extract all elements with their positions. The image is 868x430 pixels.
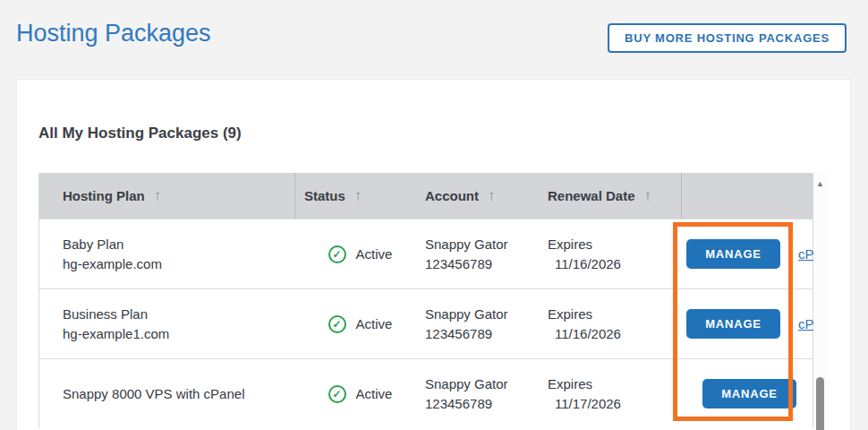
- status-label: Active: [356, 245, 393, 264]
- cpanel-link[interactable]: cP: [798, 245, 814, 264]
- sort-arrow-icon[interactable]: ↑: [154, 187, 162, 205]
- status-cell: ✓ Active: [295, 359, 416, 428]
- renewal-date-cell: Expires 11/16/2026: [539, 289, 682, 358]
- actions-cell: MANAGE: [682, 359, 813, 428]
- plan-name: Baby Plan: [63, 235, 295, 254]
- sort-arrow-icon[interactable]: ↑: [354, 187, 362, 205]
- hosting-plan-cell: Baby Plan hg-example.com: [39, 219, 295, 288]
- renewal-date-cell: Expires 11/17/2026: [539, 359, 682, 428]
- status-label: Active: [356, 314, 393, 334]
- buy-more-hosting-packages-button[interactable]: BUY MORE HOSTING PACKAGES: [608, 23, 847, 53]
- account-name: Snappy Gator: [425, 305, 539, 324]
- account-cell: Snappy Gator 123456789: [416, 359, 539, 428]
- account-cell: Snappy Gator 123456789: [416, 289, 539, 358]
- actions-cell: MANAGE cP: [682, 289, 814, 358]
- manage-button[interactable]: MANAGE: [686, 309, 780, 339]
- check-circle-icon: ✓: [328, 385, 346, 403]
- account-name: Snappy Gator: [425, 235, 539, 254]
- renewal-label: Expires: [548, 305, 682, 324]
- table-row: Snappy 8000 VPS with cPanel ✓ Active Sna…: [39, 358, 813, 428]
- check-circle-icon: ✓: [328, 315, 346, 333]
- plan-domain: hg-example.com: [63, 254, 295, 274]
- column-label: Status: [304, 188, 345, 203]
- renewal-date: 11/16/2026: [548, 254, 682, 274]
- hosting-plan-cell: Snappy 8000 VPS with cPanel: [39, 359, 295, 428]
- column-header-renewal-date[interactable]: Renewal Date ↑: [539, 173, 682, 219]
- renewal-date: 11/17/2026: [548, 394, 682, 414]
- page-title: Hosting Packages: [16, 20, 211, 47]
- actions-cell: MANAGE cP: [682, 219, 814, 288]
- column-label: Renewal Date: [548, 188, 635, 203]
- sort-arrow-icon[interactable]: ↑: [488, 187, 496, 205]
- column-label: Account: [425, 188, 479, 203]
- card-heading: All My Hosting Packages (9): [38, 125, 242, 142]
- scrollbar-thumb[interactable]: [816, 377, 824, 430]
- account-id: 123456789: [425, 394, 539, 414]
- column-label: Hosting Plan: [63, 188, 145, 203]
- sort-arrow-icon[interactable]: ↑: [644, 187, 652, 205]
- table-scrollbar[interactable]: ▲: [813, 173, 827, 430]
- hosting-packages-card: All My Hosting Packages (9) Hosting Plan…: [16, 79, 851, 430]
- renewal-date-cell: Expires 11/16/2026: [539, 219, 682, 288]
- renewal-date: 11/16/2026: [548, 324, 682, 344]
- account-name: Snappy Gator: [425, 374, 539, 394]
- plan-name: Snappy 8000 VPS with cPanel: [63, 384, 295, 404]
- account-id: 123456789: [425, 324, 539, 344]
- plan-name: Business Plan: [63, 305, 295, 324]
- column-header-account[interactable]: Account ↑: [416, 173, 539, 219]
- renewal-label: Expires: [548, 235, 682, 254]
- table-row: Business Plan hg-example1.com ✓ Active S…: [39, 288, 813, 358]
- status-cell: ✓ Active: [295, 219, 416, 288]
- cpanel-link[interactable]: cP: [798, 314, 814, 334]
- scroll-up-arrow-icon[interactable]: ▲: [813, 179, 827, 188]
- column-header-actions: [682, 173, 813, 219]
- status-label: Active: [356, 384, 393, 404]
- column-header-hosting-plan[interactable]: Hosting Plan ↑: [39, 173, 295, 219]
- manage-button[interactable]: MANAGE: [686, 239, 780, 269]
- plan-domain: hg-example1.com: [63, 324, 295, 344]
- table-row: Baby Plan hg-example.com ✓ Active Snappy…: [39, 219, 813, 288]
- hosting-plan-cell: Business Plan hg-example1.com: [39, 289, 295, 358]
- manage-button[interactable]: MANAGE: [702, 379, 796, 408]
- column-header-status[interactable]: Status ↑: [295, 173, 416, 219]
- renewal-label: Expires: [548, 374, 682, 394]
- account-id: 123456789: [425, 254, 539, 274]
- check-circle-icon: ✓: [328, 245, 346, 263]
- status-cell: ✓ Active: [295, 289, 416, 358]
- table-header-row: Hosting Plan ↑ Status ↑ Account ↑ Renewa…: [39, 173, 813, 219]
- account-cell: Snappy Gator 123456789: [416, 219, 539, 288]
- hosting-packages-table: Hosting Plan ↑ Status ↑ Account ↑ Renewa…: [38, 173, 813, 428]
